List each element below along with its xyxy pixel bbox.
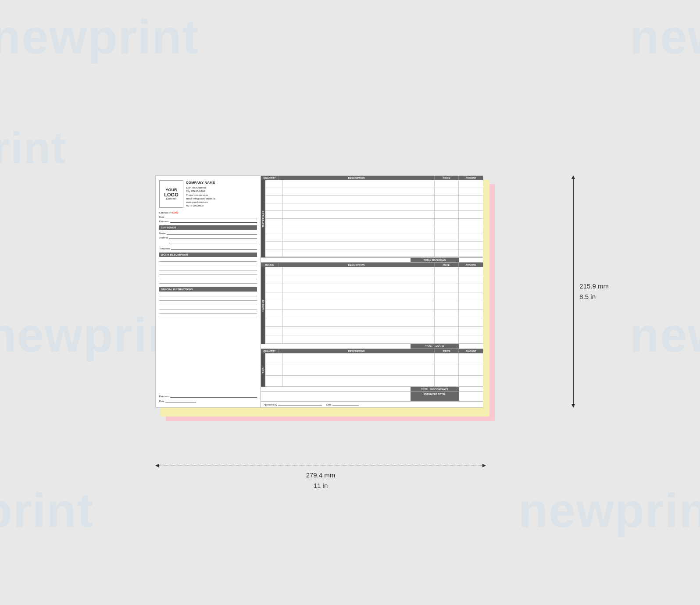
work-line-5 xyxy=(159,276,257,279)
right-sig-date: Date xyxy=(326,403,359,406)
watermark-1: newprint xyxy=(0,9,199,64)
right-sig-approved-line xyxy=(278,403,322,406)
left-sig-date-label: Date xyxy=(159,400,164,402)
left-sig-estimator-line xyxy=(170,395,257,398)
header-area: YOUR LOGO (Optional) COMPANY NAME 1234 Y… xyxy=(159,180,257,208)
special-line-5 xyxy=(159,311,257,314)
subcontract-total-label: TOTAL SUBCONTRACT xyxy=(411,387,459,391)
table-row xyxy=(265,219,483,227)
name-line xyxy=(167,231,257,235)
materials-body: MATERIALS xyxy=(261,180,483,257)
table-row xyxy=(265,318,483,327)
table-row xyxy=(265,242,483,249)
table-row xyxy=(265,211,483,219)
labour-col-hrs: HOURS xyxy=(261,263,279,267)
customer-header: CUSTOMER xyxy=(159,225,257,230)
table-row xyxy=(265,226,483,234)
table-row xyxy=(265,249,483,257)
company-name: COMPANY NAME xyxy=(186,180,215,185)
arrowhead-down-icon xyxy=(571,404,575,408)
watermark-6: print xyxy=(0,482,94,538)
main-container: YOUR LOGO (Optional) COMPANY NAME 1234 Y… xyxy=(0,132,700,473)
special-line-3 xyxy=(159,302,257,305)
table-row xyxy=(265,353,483,364)
estimate-value: 00001 xyxy=(171,211,178,214)
width-mm: 279.4 mm xyxy=(306,471,336,479)
company-email: email: info@yourdomain.ca xyxy=(186,197,215,200)
table-row xyxy=(265,292,483,301)
labour-total-label: TOTAL LABOUR xyxy=(411,344,459,349)
date-row: Date xyxy=(159,215,257,218)
estimator-label: Estimator xyxy=(159,220,169,223)
special-line-6 xyxy=(159,315,257,318)
address-line2 xyxy=(169,240,257,243)
subcontract-total-value xyxy=(459,387,483,391)
sheet-white: YOUR LOGO (Optional) COMPANY NAME 1234 Y… xyxy=(155,175,483,408)
horiz-arrow xyxy=(155,464,486,467)
materials-total-label: TOTAL MATERIALS xyxy=(411,258,459,262)
special-line-2 xyxy=(159,298,257,301)
left-sig-date: Date xyxy=(159,399,257,402)
materials-header: QUANTITY DESCRIPTION PRICE AMOUNT xyxy=(261,176,483,180)
bottom-dimension: 279.4 mm 11 in xyxy=(155,464,486,491)
sub-rows xyxy=(265,353,483,387)
labour-header: HOURS DESCRIPTION RATE AMOUNT xyxy=(261,263,483,267)
company-website: www.yourdomain.ca xyxy=(186,200,215,204)
table-row xyxy=(265,310,483,318)
table-row xyxy=(265,364,483,375)
table-row xyxy=(265,376,483,387)
estimator-line xyxy=(170,220,257,223)
right-sig-approved: Approved by xyxy=(264,403,322,406)
table-row xyxy=(265,180,483,188)
table-row xyxy=(265,203,483,211)
width-in: 11 in xyxy=(314,482,328,489)
date-label: Date xyxy=(159,216,164,218)
table-row xyxy=(265,327,483,335)
labour-section: HOURS DESCRIPTION RATE AMOUNT LABOUR xyxy=(261,263,483,349)
arrowhead-up-icon xyxy=(571,175,575,179)
work-line-6 xyxy=(159,281,257,284)
address-label: Address xyxy=(159,236,168,239)
height-in: 8.5 in xyxy=(579,293,596,300)
logo-your: YOUR xyxy=(165,188,177,192)
labour-rows xyxy=(265,267,483,344)
watermark-2: new xyxy=(630,9,700,64)
telephone-line xyxy=(171,247,257,250)
arrowhead-left-icon xyxy=(155,464,159,467)
materials-total-value xyxy=(459,258,483,262)
logo-optional: (Optional) xyxy=(166,197,177,200)
sub-section: QUANTITY DESCRIPTION PRICE AMOUNT SUB xyxy=(261,349,483,401)
company-address1: 1234 Your Address xyxy=(186,186,215,189)
address-row: Address xyxy=(159,236,257,239)
materials-section: QUANTITY DESCRIPTION PRICE AMOUNT MATERI… xyxy=(261,176,483,263)
right-dimension: 215.9 mm 8.5 in xyxy=(571,175,609,408)
table-row xyxy=(265,301,483,310)
estimate-label: Estimate # xyxy=(159,211,171,214)
name-row: Name xyxy=(159,231,257,235)
special-line-4 xyxy=(159,306,257,310)
materials-col-amount: AMOUNT xyxy=(459,176,483,180)
subcontract-total-row: TOTAL SUBCONTRACT xyxy=(261,387,483,391)
arrowhead-right-icon xyxy=(482,464,486,467)
company-address2: City, ON A0A 0A0 xyxy=(186,189,215,193)
address-row2: Address xyxy=(159,240,257,243)
work-desc-header: WORK DESCRIPTION xyxy=(159,253,257,257)
sub-col-price: PRICE xyxy=(435,349,459,353)
work-line-2 xyxy=(159,263,257,266)
labour-total-value xyxy=(459,344,483,349)
left-panel: YOUR LOGO (Optional) COMPANY NAME 1234 Y… xyxy=(156,176,261,407)
estimated-total-value xyxy=(459,392,483,401)
sub-col-qty: QUANTITY xyxy=(261,349,279,353)
work-line-4 xyxy=(159,272,257,275)
vert-line xyxy=(573,179,574,404)
bottom-dim-label: 279.4 mm 11 in xyxy=(155,470,486,491)
materials-col-qty: QUANTITY xyxy=(261,176,279,180)
labour-side-label: LABOUR xyxy=(261,267,265,344)
labour-total-row: TOTAL LABOUR xyxy=(261,344,483,349)
special-instr-header: SPECIAL INSTRUCTIONS xyxy=(159,287,257,292)
telephone-row: Telephone xyxy=(159,247,257,250)
height-mm: 215.9 mm xyxy=(579,282,609,290)
table-row xyxy=(265,188,483,196)
watermark-7: newprint xyxy=(518,482,700,538)
address-line xyxy=(169,236,257,239)
